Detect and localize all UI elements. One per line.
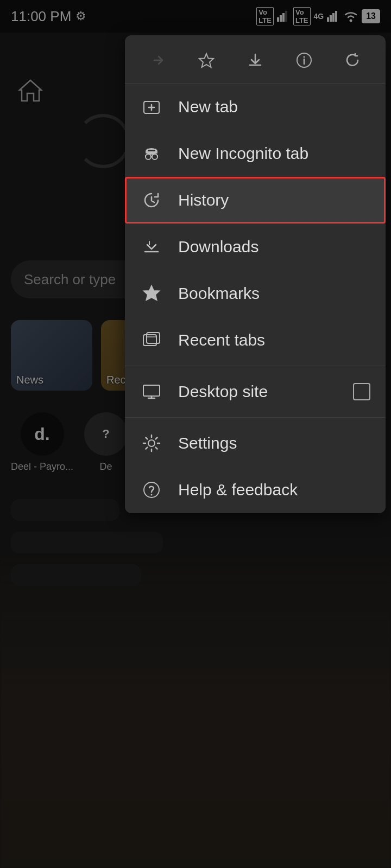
- new-tab-icon: [140, 95, 163, 118]
- desktop-site-checkbox[interactable]: [353, 383, 370, 400]
- history-item[interactable]: History: [125, 177, 386, 224]
- new-tab-label: New tab: [178, 98, 370, 116]
- new-incognito-label: New Incognito tab: [178, 144, 370, 163]
- divider-2: [125, 417, 386, 418]
- svg-point-15: [146, 154, 151, 159]
- info-button[interactable]: [291, 47, 317, 73]
- help-item[interactable]: Help & feedback: [125, 467, 386, 513]
- menu-toolbar: [125, 35, 386, 84]
- dropdown-menu: New tab New Incognito tab: [125, 35, 386, 513]
- settings-item[interactable]: Settings: [125, 420, 386, 467]
- recent-tabs-icon: [140, 329, 163, 352]
- desktop-site-item[interactable]: Desktop site: [125, 368, 386, 415]
- svg-rect-19: [143, 385, 160, 396]
- settings-label: Settings: [178, 434, 370, 452]
- help-icon: [140, 478, 163, 501]
- help-label: Help & feedback: [178, 481, 370, 499]
- forward-button[interactable]: [145, 47, 171, 73]
- recent-tabs-item[interactable]: Recent tabs: [125, 317, 386, 363]
- svg-rect-14: [146, 152, 157, 154]
- history-icon: [140, 189, 163, 212]
- recent-tabs-label: Recent tabs: [178, 331, 370, 349]
- desktop-site-label: Desktop site: [178, 382, 338, 401]
- svg-point-20: [148, 440, 155, 446]
- bookmark-button[interactable]: [193, 47, 219, 73]
- svg-point-22: [151, 494, 153, 496]
- download-button[interactable]: [242, 47, 268, 73]
- bookmarks-label: Bookmarks: [178, 284, 370, 303]
- bookmarks-item[interactable]: Bookmarks: [125, 270, 386, 317]
- new-tab-item[interactable]: New tab: [125, 84, 386, 130]
- downloads-icon: [140, 235, 163, 258]
- svg-point-10: [303, 56, 305, 58]
- history-label: History: [178, 191, 370, 209]
- new-incognito-item[interactable]: New Incognito tab: [125, 130, 386, 177]
- downloads-label: Downloads: [178, 238, 370, 256]
- downloads-item[interactable]: Downloads: [125, 224, 386, 270]
- incognito-icon: [140, 142, 163, 165]
- svg-point-16: [152, 154, 157, 159]
- refresh-button[interactable]: [339, 47, 365, 73]
- bookmarks-icon: [140, 282, 163, 305]
- settings-icon: [140, 432, 163, 455]
- desktop-site-icon: [140, 380, 163, 403]
- divider-1: [125, 366, 386, 366]
- svg-rect-13: [147, 149, 156, 152]
